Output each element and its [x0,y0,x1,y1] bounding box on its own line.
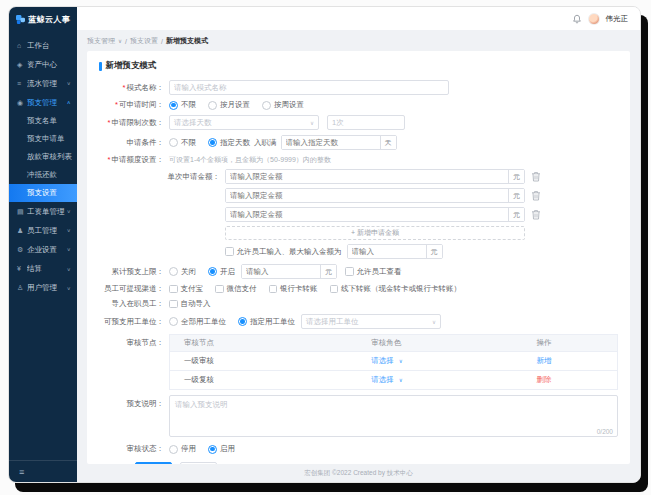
sidebar-item-payslip-management[interactable]: ▤ 工资单管理 ∨ [9,202,77,221]
sidebar-item-company-settings[interactable]: ⚙ 企业设置 ∨ [9,240,77,259]
sidebar-item-workbench[interactable]: ⌂ 工作台 [9,36,77,55]
chevron-down-icon: ∨ [67,209,71,215]
breadcrumb-separator: / [125,38,127,45]
amount-input-3[interactable] [226,208,508,221]
cumulative-limit-input[interactable] [242,265,320,278]
checkbox-icon[interactable] [330,285,339,294]
radio-icon[interactable] [208,138,217,147]
advance-note-textarea[interactable] [169,395,618,437]
radio-icon[interactable] [169,317,178,326]
field-sublabel: 单次申请金额： [99,172,225,182]
field-label: *申请额度设置： [99,155,169,165]
logo[interactable]: 蓝鲸云人事 [9,7,77,32]
radio-weekly[interactable]: 按周设置 [262,100,304,110]
radio-icon[interactable] [208,101,217,110]
table-header-row: 审核节点 审核角色 操作 [170,335,617,352]
days-select[interactable]: 请选择天数 ∨ [169,115,319,130]
sidebar-item-label: 用户管理 [27,283,67,293]
field-label: 审核节点： [99,334,169,348]
role-select[interactable]: 请选择 ∨ [371,356,403,366]
auto-import-checkbox[interactable]: 自动导入 [169,299,211,309]
radio-disabled[interactable]: 停用 [169,444,196,454]
days-input-group: 天 [281,135,397,150]
sidebar-item-label: 流水管理 [27,79,67,89]
amount-input-1[interactable] [226,170,508,183]
checkbox-icon[interactable] [169,285,178,294]
collapse-menu-icon[interactable]: ≡ [19,467,24,477]
radio-icon[interactable] [169,101,178,110]
sidebar-item-employee-management[interactable]: ♟ 员工管理 ∨ [9,221,77,240]
node-name: 一级复核 [170,375,371,385]
amount-input-2[interactable] [226,189,508,202]
radio-no-limit[interactable]: 不限 [169,100,196,110]
app-title: 蓝鲸云人事 [28,14,71,25]
channel-alipay-checkbox[interactable]: 支付宝 [169,284,203,294]
sidebar-subitem-advance-application[interactable]: 预支申请单 [9,130,77,148]
sidebar-menu: ⌂ 工作台 ◈ 资产中心 ≡ 流水管理 ∨ ◉ 预支管理 ∧ 预支名单 预支申请… [9,32,77,460]
radio-specified-days[interactable]: 指定天数 [208,138,250,148]
radio-monthly[interactable]: 按月设置 [208,100,250,110]
radio-icon[interactable] [238,317,247,326]
sidebar-item-label: 资产中心 [27,60,71,70]
allow-employee-input-checkbox[interactable]: 允许员工输入、最大输入金额为 [225,247,342,257]
condition-middle-text: 入职满 [254,138,277,148]
sidebar-item-advance-management[interactable]: ◉ 预支管理 ∧ [9,93,77,112]
delete-amount-button[interactable] [531,190,541,201]
specified-days-input[interactable] [282,136,380,149]
notification-bell-icon[interactable] [572,14,582,24]
radio-icon[interactable] [169,267,178,276]
checkbox-icon[interactable] [225,247,234,256]
sidebar-item-flow-management[interactable]: ≡ 流水管理 ∨ [9,74,77,93]
sidebar-subitem-loan-review-list[interactable]: 放款审核列表 [9,148,77,166]
form-row-mode-name: *模式名称： [99,80,618,95]
radio-icon[interactable] [169,445,178,454]
radio-icon[interactable] [208,267,217,276]
char-counter: 0/200 [597,428,613,435]
role-select[interactable]: 请选择 ∨ [371,375,403,385]
checkbox-icon[interactable] [215,285,224,294]
radio-enabled[interactable]: 启用 [208,444,235,454]
radio-no-limit[interactable]: 不限 [169,138,196,148]
form-row-amount-1: 单次申请金额： 元 [99,169,618,184]
breadcrumb: 预支管理 ∨ / 预支设置 / 新增预支模式 [87,36,630,46]
unit-suffix: 元 [320,265,336,278]
allow-view-checkbox[interactable]: 允许员工查看 [345,267,402,277]
checkbox-icon[interactable] [269,285,278,294]
work-unit-select[interactable]: 请选择用工单位 ∨ [301,314,441,329]
avatar[interactable] [588,13,600,25]
radio-icon[interactable] [208,445,217,454]
radio-icon[interactable] [262,101,271,110]
sidebar-item-settlement[interactable]: ¥ 结算 ∨ [9,259,77,278]
sidebar-subitem-offset-repayment[interactable]: 冲抵还款 [9,166,77,184]
sidebar-subitem-advance-list[interactable]: 预支名单 [9,112,77,130]
add-node-link[interactable]: 新增 [537,356,552,365]
max-amount-input[interactable] [348,245,426,258]
delete-amount-button[interactable] [531,171,541,182]
add-amount-button[interactable]: + 新增申请金额 [225,226,525,240]
sidebar-item-asset-center[interactable]: ◈ 资产中心 [9,55,77,74]
sidebar-subitem-advance-settings[interactable]: 预支设置 [9,184,77,202]
form-row-withdraw-channels: 员工可提现渠道： 支付宝 微信支付 银行卡转账 线下转账（现金转卡或银行卡转账） [99,284,618,294]
trash-icon [531,171,541,182]
count-input[interactable] [327,115,405,130]
channel-wechat-checkbox[interactable]: 微信支付 [215,284,257,294]
breadcrumb-item[interactable]: 预支管理 [87,36,115,46]
breadcrumb-item[interactable]: 预支设置 [130,36,158,46]
radio-all-units[interactable]: 全部用工单位 [169,317,226,327]
sidebar: 蓝鲸云人事 ⌂ 工作台 ◈ 资产中心 ≡ 流水管理 ∨ ◉ 预支管理 ∧ 预支 [9,7,77,482]
radio-icon[interactable] [169,138,178,147]
mode-name-input[interactable] [169,80,449,95]
username[interactable]: 伟光正 [606,14,629,24]
delete-node-link[interactable]: 删除 [537,375,552,384]
chevron-down-icon: ∨ [399,358,403,364]
radio-off[interactable]: 关闭 [169,267,196,277]
checkbox-icon[interactable] [345,267,354,276]
radio-specified-units[interactable]: 指定用工单位 [238,317,295,327]
delete-amount-button[interactable] [531,209,541,220]
radio-on[interactable]: 开启 [208,267,235,277]
trash-icon [531,190,541,201]
sidebar-item-user-management[interactable]: ♙ 用户管理 ∨ [9,278,77,297]
checkbox-icon[interactable] [169,300,178,309]
channel-bankcard-checkbox[interactable]: 银行卡转账 [269,284,318,294]
channel-offline-checkbox[interactable]: 线下转账（现金转卡或银行卡转账） [330,284,462,294]
